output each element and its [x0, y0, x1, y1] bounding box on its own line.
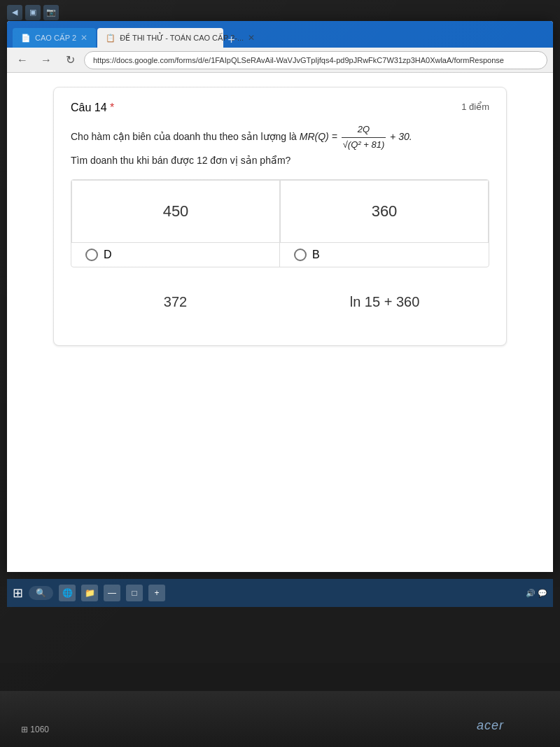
browser-content[interactable]: Câu 14 * 1 điểm Cho hàm cận biên của doa… [7, 73, 553, 572]
tab-icon-1: 📄 [21, 34, 31, 43]
option-cell-b: 360 [280, 180, 489, 243]
tab-bar: 📄 CAO CẤP 2 ✕ 📋 ĐỀ THI THỬ - TOÁN CAO CẤ… [13, 21, 235, 48]
option-label-b[interactable]: B [280, 243, 489, 267]
app-icon[interactable]: 📷 [43, 5, 59, 20]
radio-d[interactable] [85, 249, 98, 261]
window-icon[interactable]: ▣ [25, 5, 41, 20]
forward-button[interactable]: → [36, 50, 56, 70]
search-icon: 🔍 [36, 588, 46, 598]
bottom-answers: 372 ln 15 + 360 [71, 273, 489, 331]
question-text-part2: Tìm doanh thu khi bán được 12 đơn vị sản… [71, 155, 290, 166]
option-cell-d: ln 15 + 360 [280, 273, 489, 331]
browser-titlebar: 📄 CAO CẤP 2 ✕ 📋 ĐỀ THI THỬ - TOÁN CAO CẤ… [7, 21, 553, 48]
option-letter-d: D [104, 249, 112, 261]
windows-badge: ⊞ 1060 [21, 725, 49, 734]
taskbar-icon-4[interactable]: □ [126, 585, 143, 601]
back-icon[interactable]: ◀ [7, 5, 22, 20]
option-value-c: 372 [164, 294, 187, 310]
refresh-button[interactable]: ↻ [60, 50, 80, 70]
option-cell-a: 450 [71, 180, 280, 243]
tab-inactive[interactable]: 📄 CAO CẤP 2 ✕ [13, 28, 96, 48]
taskbar-icon-2[interactable]: 📁 [81, 585, 98, 601]
laptop-brand: acer [477, 718, 504, 733]
system-time: 🔊 💬 [526, 589, 547, 597]
question-card: Câu 14 * 1 điểm Cho hàm cận biên của doa… [53, 87, 507, 346]
taskbar-icon-1[interactable]: 🌐 [59, 585, 76, 601]
required-marker: * [110, 102, 114, 113]
option-value-b: 360 [372, 202, 398, 221]
new-tab-button[interactable]: + [227, 33, 235, 48]
math-formula: MR(Q) = 2Q √(Q² + 81) + 30. [300, 131, 412, 142]
tab-label-2: ĐỀ THI THỬ - TOÁN CAO CẤP 2-... [120, 34, 244, 43]
windows-badge-text: ⊞ 1060 [21, 725, 49, 734]
option-label-d[interactable]: D [71, 243, 280, 267]
laptop-body: ◀ ▣ 📷 📄 CAO CẤP 2 ✕ 📋 ĐỀ THI THỬ - TOÁN … [0, 0, 560, 747]
points-label: 1 điểm [461, 102, 489, 112]
tab-close-1[interactable]: ✕ [80, 33, 88, 43]
start-button[interactable]: ⊞ [13, 585, 23, 601]
taskbar-icon-3[interactable]: — [104, 585, 120, 601]
taskbar-right: 🔊 💬 [526, 589, 547, 598]
option-value-d: ln 15 + 360 [350, 294, 420, 310]
question-text: Cho hàm cận biên của doanh thu theo sản … [71, 123, 489, 168]
radio-b[interactable] [294, 249, 307, 261]
tab-close-2[interactable]: ✕ [248, 33, 255, 43]
taskbar-search[interactable]: 🔍 [29, 586, 53, 600]
form-container: Câu 14 * 1 điểm Cho hàm cận biên của doa… [42, 73, 518, 572]
address-bar[interactable] [84, 51, 547, 69]
browser-window: 📄 CAO CẤP 2 ✕ 📋 ĐỀ THI THỬ - TOÁN CAO CẤ… [7, 21, 553, 572]
question-number-label: Câu 14 * [71, 102, 114, 114]
browser-toolbar: ← → ↻ [7, 48, 553, 73]
system-tray: ◀ ▣ 📷 [7, 4, 553, 21]
taskbar: ⊞ 🔍 🌐 📁 — □ + 🔊 💬 [7, 579, 553, 607]
laptop-bottom: ⊞ 1060 acer [0, 691, 560, 747]
option-value-a: 450 [163, 202, 189, 221]
option-letter-b: B [312, 249, 320, 261]
question-number: Câu 14 [71, 102, 107, 113]
tab-label-1: CAO CẤP 2 [35, 34, 76, 43]
back-button[interactable]: ← [13, 50, 32, 70]
taskbar-icons: 🌐 📁 — □ + [59, 585, 165, 601]
tab-icon-2: 📋 [106, 34, 115, 43]
tab-active[interactable]: 📋 ĐỀ THI THỬ - TOÁN CAO CẤP 2-... ✕ [97, 28, 223, 48]
question-text-part1: Cho hàm cận biên của doanh thu theo sản … [71, 131, 300, 142]
question-header: Câu 14 * 1 điểm [71, 102, 489, 114]
option-cell-c: 372 [71, 273, 280, 331]
taskbar-icon-5[interactable]: + [148, 585, 165, 601]
screen-area: ◀ ▣ 📷 📄 CAO CẤP 2 ✕ 📋 ĐỀ THI THỬ - TOÁN … [0, 0, 560, 663]
